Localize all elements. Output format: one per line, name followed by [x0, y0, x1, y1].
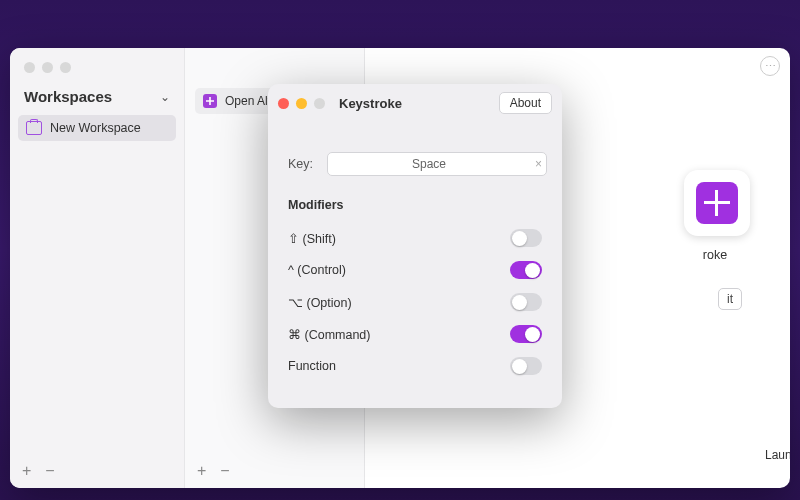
remove-workspace-button[interactable]: − — [45, 462, 54, 480]
add-workspace-button[interactable]: + — [22, 462, 31, 480]
modifier-row-shift: ⇧ (Shift) — [288, 222, 542, 254]
dialog-minimize-icon[interactable] — [296, 98, 307, 109]
modifier-row-control: ^ (Control) — [288, 254, 542, 286]
modifier-label: Function — [288, 359, 336, 373]
modifier-label: ⇧ (Shift) — [288, 231, 336, 246]
dialog-title: Keystroke — [339, 96, 402, 111]
traffic-minimize-icon[interactable] — [42, 62, 53, 73]
app-icon — [684, 170, 750, 236]
workspace-icon — [26, 121, 42, 135]
alfred-icon — [203, 94, 217, 108]
about-button[interactable]: About — [499, 92, 552, 114]
launch-label: Launch — [765, 448, 790, 462]
modifiers-heading: Modifiers — [288, 198, 542, 212]
add-item-button[interactable]: + — [197, 462, 206, 480]
dialog-traffic-lights[interactable] — [278, 98, 325, 109]
dialog-body: Key: Space × Modifiers ⇧ (Shift) ^ (Cont… — [268, 122, 562, 398]
dialog-zoom-icon[interactable] — [314, 98, 325, 109]
sidebar: Workspaces ⌄ New Workspace + − — [10, 48, 185, 488]
option-toggle[interactable] — [510, 293, 542, 311]
function-toggle[interactable] — [510, 357, 542, 375]
keystroke-dialog: Keystroke About Key: Space × Modifiers ⇧… — [268, 84, 562, 408]
modifier-label: ⌘ (Command) — [288, 327, 370, 342]
key-row: Key: Space × — [288, 152, 542, 176]
modifier-label: ⌥ (Option) — [288, 295, 352, 310]
sidebar-item-label: New Workspace — [50, 121, 141, 135]
sidebar-item-new-workspace[interactable]: New Workspace — [18, 115, 176, 141]
sidebar-footer: + − — [10, 454, 184, 488]
modifier-row-option: ⌥ (Option) — [288, 286, 542, 318]
edit-button-fragment[interactable]: it — [718, 288, 742, 310]
dialog-close-icon[interactable] — [278, 98, 289, 109]
modifier-row-function: Function — [288, 350, 542, 382]
sidebar-header: Workspaces ⌄ — [10, 84, 184, 115]
detail-title-fragment: roke — [670, 248, 760, 262]
command-toggle[interactable] — [510, 325, 542, 343]
traffic-close-icon[interactable] — [24, 62, 35, 73]
shift-toggle[interactable] — [510, 229, 542, 247]
key-label: Key: — [288, 157, 313, 171]
clear-key-icon[interactable]: × — [535, 157, 542, 171]
more-menu-icon[interactable]: ⋯ — [760, 56, 780, 76]
modifier-label: ^ (Control) — [288, 263, 346, 277]
items-footer: + − — [185, 454, 364, 488]
key-input[interactable]: Space — [327, 152, 547, 176]
remove-item-button[interactable]: − — [220, 462, 229, 480]
sidebar-title: Workspaces — [24, 88, 112, 105]
modifier-row-command: ⌘ (Command) — [288, 318, 542, 350]
traffic-zoom-icon[interactable] — [60, 62, 71, 73]
control-toggle[interactable] — [510, 261, 542, 279]
chevron-down-icon[interactable]: ⌄ — [160, 90, 170, 104]
launch-bar: Launch on start immediately Hide after l… — [765, 434, 776, 476]
window-traffic-lights[interactable] — [24, 62, 71, 73]
dialog-titlebar: Keystroke About — [268, 84, 562, 122]
